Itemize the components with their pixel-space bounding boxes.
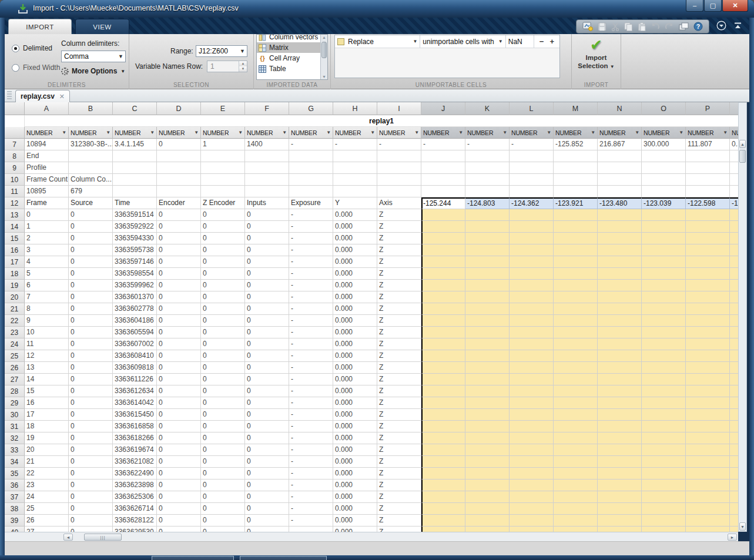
cell[interactable]: 19 xyxy=(25,432,69,444)
cell[interactable]: - xyxy=(289,527,333,532)
row-header-8[interactable]: 8 xyxy=(5,150,25,162)
cell[interactable]: - xyxy=(289,303,333,315)
cell[interactable] xyxy=(730,303,738,315)
cell[interactable]: 3363595738 xyxy=(113,244,157,256)
cell[interactable] xyxy=(598,527,642,532)
cell[interactable] xyxy=(201,150,245,162)
variable-names-row-stepper[interactable]: 1 ▲▼ xyxy=(207,61,247,72)
cell[interactable]: 0 xyxy=(201,503,245,515)
cell[interactable]: 0 xyxy=(201,444,245,456)
cell[interactable] xyxy=(510,456,554,468)
cell[interactable] xyxy=(686,503,730,515)
cell[interactable]: 0.000 xyxy=(333,527,377,532)
cell[interactable]: 15 xyxy=(25,385,69,397)
cell[interactable]: - xyxy=(289,421,333,432)
cell[interactable]: 0 xyxy=(157,491,201,503)
cell[interactable]: Axis xyxy=(377,197,421,209)
cell[interactable] xyxy=(465,397,510,409)
cell[interactable] xyxy=(642,338,686,350)
cell[interactable] xyxy=(686,209,730,221)
cell[interactable] xyxy=(510,527,554,532)
rule-value-input[interactable]: NaN xyxy=(506,35,534,48)
cell[interactable]: Z xyxy=(377,256,421,268)
cell[interactable]: - xyxy=(289,221,333,233)
cell[interactable]: 0 xyxy=(157,139,201,150)
cell[interactable] xyxy=(510,315,554,327)
cell[interactable] xyxy=(554,491,598,503)
cell[interactable]: 0 xyxy=(201,362,245,374)
column-type-select[interactable]: NUMBER▼ xyxy=(157,127,201,139)
cell[interactable] xyxy=(642,527,686,532)
output-type-table[interactable]: Table xyxy=(257,63,327,74)
cell[interactable] xyxy=(465,338,510,350)
minimize-button[interactable]: – xyxy=(686,0,703,12)
row-header-31[interactable]: 31 xyxy=(5,421,25,432)
output-type-matrix[interactable]: Matrix xyxy=(257,42,327,53)
cell[interactable] xyxy=(377,186,421,197)
cell[interactable] xyxy=(642,456,686,468)
cell[interactable] xyxy=(465,409,510,421)
delimiter-select[interactable]: Comma ▼ xyxy=(61,51,126,62)
cell[interactable] xyxy=(554,409,598,421)
cell[interactable]: Z xyxy=(377,385,421,397)
cell[interactable] xyxy=(598,244,642,256)
column-type-select[interactable]: NUMBER▼ xyxy=(113,127,157,139)
cell[interactable] xyxy=(421,327,465,338)
cell[interactable] xyxy=(686,174,730,186)
cell[interactable]: 0.000 xyxy=(333,421,377,432)
cell[interactable]: 0.000 xyxy=(333,327,377,338)
cell[interactable] xyxy=(598,162,642,174)
help-icon[interactable]: ? xyxy=(693,22,703,31)
cell[interactable]: 6 xyxy=(25,280,69,291)
cell[interactable]: Z xyxy=(377,432,421,444)
cell[interactable]: -124.362 xyxy=(510,197,554,209)
cell[interactable] xyxy=(465,362,510,374)
row-header-33[interactable]: 33 xyxy=(5,444,25,456)
cell[interactable] xyxy=(245,162,289,174)
column-header-P[interactable]: P xyxy=(686,102,730,115)
cell[interactable] xyxy=(642,280,686,291)
cell[interactable]: 0.000 xyxy=(333,479,377,491)
cell[interactable]: Z xyxy=(377,456,421,468)
cell[interactable]: 0 xyxy=(245,350,289,362)
cell[interactable]: 0 xyxy=(201,432,245,444)
cell[interactable]: - xyxy=(289,515,333,527)
cell[interactable]: 0.000 xyxy=(333,291,377,303)
cell[interactable]: - xyxy=(289,291,333,303)
column-type-select[interactable]: NUMBER▼ xyxy=(289,127,333,139)
cell[interactable]: Time xyxy=(113,197,157,209)
cell[interactable]: 27 xyxy=(25,527,69,532)
cell[interactable] xyxy=(554,397,598,409)
cell[interactable]: 0.000 xyxy=(333,233,377,244)
cell[interactable] xyxy=(465,233,510,244)
cell[interactable] xyxy=(554,303,598,315)
output-type-column-vectors[interactable]: Column vectors xyxy=(257,34,327,42)
cell[interactable]: Z xyxy=(377,515,421,527)
cell[interactable]: 3363615450 xyxy=(113,409,157,421)
row-header-37[interactable]: 37 xyxy=(5,491,25,503)
cell[interactable]: 0 xyxy=(157,397,201,409)
cell[interactable]: - xyxy=(289,385,333,397)
cell[interactable] xyxy=(642,374,686,385)
cell[interactable]: 3363597146 xyxy=(113,256,157,268)
cell[interactable]: 0 xyxy=(157,315,201,327)
cell[interactable]: 0 xyxy=(157,456,201,468)
row-header-14[interactable]: 14 xyxy=(5,221,25,233)
cell[interactable]: Z xyxy=(377,350,421,362)
cell[interactable]: 0 xyxy=(245,444,289,456)
chevron-down-icon[interactable]: ▼ xyxy=(547,130,553,135)
cell[interactable] xyxy=(421,338,465,350)
cell[interactable]: 0.000 xyxy=(333,244,377,256)
cell[interactable]: 0 xyxy=(69,280,113,291)
cell[interactable] xyxy=(730,268,738,280)
cell[interactable]: 0 xyxy=(245,338,289,350)
cell[interactable]: 0.000 xyxy=(333,468,377,479)
cell[interactable] xyxy=(642,150,686,162)
cell[interactable] xyxy=(730,409,738,421)
cell[interactable]: 0 xyxy=(245,397,289,409)
row-header-30[interactable]: 30 xyxy=(5,409,25,421)
cell[interactable] xyxy=(554,527,598,532)
cell[interactable]: 0 xyxy=(245,385,289,397)
cell[interactable]: 0 xyxy=(201,409,245,421)
cell[interactable]: 1 xyxy=(25,221,69,233)
